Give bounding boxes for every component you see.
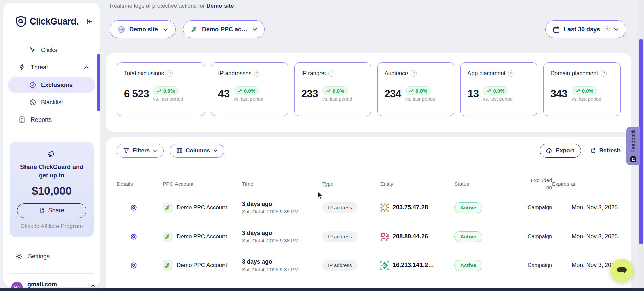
affiliate-link[interactable]: Click to Affiliate Program <box>15 223 88 230</box>
prohibit-icon <box>29 99 36 106</box>
eye-icon <box>130 233 137 240</box>
megaphone-icon <box>47 150 57 158</box>
sidebar-item-clicks[interactable]: Clicks <box>8 42 95 58</box>
stat-delta: 0.0% <box>493 88 504 94</box>
ppc-account-name: Demo PPC Account <box>177 204 227 211</box>
excluded-on-value: Campaign <box>527 262 552 269</box>
view-details-button[interactable] <box>130 262 137 269</box>
sidebar-collapse-icon[interactable] <box>86 18 93 25</box>
refresh-button[interactable]: Refresh <box>590 147 621 154</box>
filter-funnel-icon <box>123 148 129 153</box>
status-badge: Active <box>454 202 482 213</box>
google-ads-icon <box>191 26 198 33</box>
help-icon[interactable]: ? <box>167 70 173 77</box>
ppc-account-name: Demo PPC Account <box>177 233 227 240</box>
sidebar-item-blacklist[interactable]: Blacklist <box>8 94 95 111</box>
chevron-down-icon <box>153 149 157 152</box>
sidebar-item-exclusions[interactable]: Exclusions <box>8 77 95 93</box>
entity-value: 203.75.47.28 <box>393 204 428 211</box>
col-type: Type <box>322 181 380 187</box>
view-details-button[interactable] <box>130 204 137 211</box>
chat-launcher-button[interactable] <box>610 259 633 282</box>
sidebar-item-label: Clicks <box>41 47 57 54</box>
export-button[interactable]: Export <box>540 144 581 158</box>
stat-label: Domain placement <box>550 70 598 77</box>
feedback-tab[interactable]: Feedback <box>626 127 640 165</box>
help-icon[interactable]: ? <box>328 70 334 77</box>
stat-card-ip-ranges: IP ranges? 233 0.0% vs. last period <box>294 62 371 116</box>
site-selector-value: Demo site <box>129 26 158 33</box>
subtitle-site-name: Demo site <box>206 3 234 9</box>
excluded-on-value: Campaign <box>527 205 552 211</box>
stat-card-total-exclusions: Total exclusions? 6 523 0.0% vs. last pe… <box>117 62 205 116</box>
external-link-icon <box>39 208 45 213</box>
sidebar-item-label: Exclusions <box>41 82 73 89</box>
stat-label: App placement <box>467 70 505 77</box>
google-ads-icon <box>163 232 173 242</box>
stat-label: IP addresses <box>218 70 251 77</box>
type-badge: IP address <box>322 202 357 213</box>
stat-card-audience: Audience? 234 0.0% vs. last period <box>377 62 454 116</box>
filters-button[interactable]: Filters <box>117 144 164 158</box>
table-row: Demo PPC Account 3 days agoSat, Oct 4, 2… <box>117 222 621 251</box>
eye-icon <box>130 262 137 269</box>
clickguard-shield-icon <box>16 16 26 27</box>
trend-up-icon <box>575 89 580 93</box>
user-name: gmail.com <box>27 281 86 288</box>
chevron-down-icon <box>253 28 257 31</box>
sidebar-item-threat[interactable]: Threat <box>8 59 95 76</box>
col-expires-at: Expires at <box>552 181 621 187</box>
chevron-up-icon <box>84 66 89 69</box>
chevron-down-icon <box>213 149 217 152</box>
excluded-on-value: Campaign <box>527 234 552 240</box>
chevron-down-icon <box>163 28 168 31</box>
trend-up-icon <box>237 89 242 93</box>
filters-label: Filters <box>133 147 150 154</box>
refresh-label: Refresh <box>599 147 621 154</box>
brand-row: ClickGuard. <box>3 3 100 27</box>
columns-label: Columns <box>186 147 210 154</box>
stat-value: 13 <box>467 88 479 100</box>
help-icon[interactable]: ? <box>254 70 260 77</box>
help-icon[interactable]: ? <box>508 70 514 77</box>
sidebar-item-settings[interactable]: Settings <box>8 249 95 264</box>
help-icon[interactable]: ? <box>604 26 610 32</box>
trend-up-icon <box>486 89 491 93</box>
columns-button[interactable]: Columns <box>170 144 224 158</box>
stat-delta: 0.0% <box>163 88 175 94</box>
col-details: Details <box>117 181 163 187</box>
stats-panel: Total exclusions? 6 523 0.0% vs. last pe… <box>106 53 631 132</box>
site-selector[interactable]: Demo site <box>110 20 176 38</box>
stat-caption: vs. last period <box>405 96 435 102</box>
view-details-button[interactable] <box>130 233 137 240</box>
date-range-selector[interactable]: Last 30 days ? <box>545 20 626 38</box>
stat-value: 343 <box>550 88 567 100</box>
table-row: Demo PPC Account 3 days agoSat, Oct 4, 2… <box>117 193 621 222</box>
stat-delta: 0.0% <box>244 88 255 94</box>
entity-value: 16.213.141.2… <box>393 262 434 269</box>
sidebar-scrollbar-thumb[interactable] <box>97 54 100 111</box>
eye-icon <box>130 204 137 211</box>
status-badge: Active <box>454 231 482 242</box>
stat-value: 233 <box>301 88 318 100</box>
exclusions-table-panel: Filters Columns Export <box>106 137 631 291</box>
time-relative: 3 days ago <box>242 201 322 208</box>
stat-value: 43 <box>218 88 229 100</box>
export-label: Export <box>556 147 574 154</box>
stat-card-ip-addresses: IP addresses? 43 0.0% vs. last period <box>211 62 288 116</box>
table-row: Demo PPC Account 3 days agoSat, Oct 4, 2… <box>117 251 621 280</box>
col-entity: Entity <box>380 181 454 187</box>
help-icon[interactable]: ? <box>411 70 417 77</box>
promo-text: Share ClickGuard and get up to <box>15 163 88 180</box>
lightning-icon <box>18 64 26 71</box>
ppc-account-selector[interactable]: Demo PPC ac… <box>183 20 265 38</box>
sidebar-item-reports[interactable]: Reports <box>8 111 95 128</box>
stat-delta: 0.0% <box>416 88 427 94</box>
share-button[interactable]: Share <box>17 203 86 218</box>
col-excluded-on: Excluded on <box>527 177 552 191</box>
affiliate-promo-card[interactable]: Share ClickGuard and get up to $10,000 S… <box>10 142 94 237</box>
identicon-gold <box>380 203 389 212</box>
help-icon[interactable]: ? <box>601 70 607 77</box>
time-relative: 3 days ago <box>242 258 322 265</box>
time-absolute: Sat, Oct 4, 2025 9:39 PM <box>242 209 322 214</box>
